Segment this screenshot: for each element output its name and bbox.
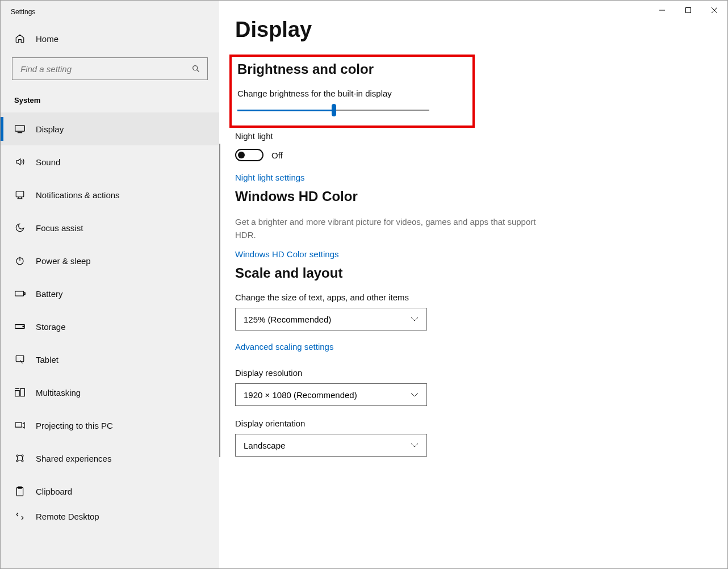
sidebar-item-label: Display: [36, 124, 64, 134]
hd-color-settings-link[interactable]: Windows HD Color settings: [235, 249, 339, 259]
svg-point-17: [22, 455, 23, 457]
sidebar-item-shared[interactable]: Shared experiences: [1, 442, 219, 475]
resolution-value: 1920 × 1080 (Recommended): [244, 390, 357, 400]
maximize-button[interactable]: [675, 1, 701, 20]
svg-point-18: [16, 460, 18, 462]
orientation-label: Display orientation: [235, 419, 710, 428]
sidebar-item-projecting[interactable]: Projecting to this PC: [1, 409, 219, 442]
sidebar-item-multitasking[interactable]: Multitasking: [1, 376, 219, 409]
sidebar-item-remotedesktop[interactable]: Remote Desktop: [1, 508, 219, 525]
slider-fill: [237, 110, 333, 111]
toggle-knob: [238, 152, 245, 158]
night-light-settings-link[interactable]: Night light settings: [235, 173, 305, 182]
svg-line-1: [197, 70, 199, 72]
scale-label: Change the size of text, apps, and other…: [235, 292, 710, 302]
moon-icon: [14, 223, 26, 233]
scale-dropdown[interactable]: 125% (Recommended): [235, 308, 427, 330]
svg-rect-8: [24, 292, 26, 294]
section-scale: Scale and layout: [235, 265, 710, 281]
sidebar-item-label: Clipboard: [36, 487, 72, 496]
notifications-icon: [14, 190, 26, 200]
svg-rect-12: [15, 391, 20, 396]
svg-rect-15: [15, 422, 22, 427]
project-icon: [14, 421, 26, 430]
orientation-value: Landscape: [244, 441, 285, 450]
sidebar: Settings Home System Display Sound: [1, 1, 219, 568]
brightness-slider[interactable]: [237, 104, 429, 116]
sidebar-item-label: Remote Desktop: [36, 512, 99, 521]
sidebar-item-sound[interactable]: Sound: [1, 145, 219, 178]
slider-thumb[interactable]: [332, 104, 336, 116]
svg-rect-4: [16, 191, 24, 197]
svg-rect-7: [15, 291, 24, 296]
night-light-state: Off: [271, 150, 283, 160]
svg-point-10: [23, 326, 24, 327]
night-light-toggle[interactable]: [235, 149, 263, 161]
scale-value: 125% (Recommended): [244, 315, 331, 324]
display-icon: [14, 124, 26, 133]
sidebar-item-label: Focus assist: [36, 223, 83, 233]
resolution-label: Display resolution: [235, 368, 710, 378]
chevron-down-icon: [411, 443, 419, 447]
sidebar-item-label: Sound: [36, 157, 60, 167]
highlight-brightness-box: Brightness and color Change brightness f…: [229, 55, 475, 128]
brightness-label: Change brightness for the built-in displ…: [237, 89, 472, 98]
sidebar-item-focusassist[interactable]: Focus assist: [1, 211, 219, 244]
power-icon: [14, 256, 26, 266]
category-header: System: [1, 88, 219, 112]
home-icon: [14, 34, 26, 44]
sidebar-item-label: Notifications & actions: [36, 190, 120, 200]
night-light-label: Night light: [235, 131, 710, 141]
sidebar-item-label: Battery: [36, 289, 63, 299]
search-input[interactable]: [12, 64, 185, 74]
chevron-down-icon: [411, 392, 419, 397]
sidebar-item-display[interactable]: Display: [1, 112, 219, 145]
resolution-dropdown[interactable]: 1920 × 1080 (Recommended): [235, 383, 427, 406]
clipboard-icon: [14, 486, 26, 497]
close-button[interactable]: [701, 1, 727, 20]
sidebar-item-powersleep[interactable]: Power & sleep: [1, 244, 219, 277]
content-scrollbar[interactable]: [219, 144, 220, 457]
sidebar-item-storage[interactable]: Storage: [1, 310, 219, 343]
home-button[interactable]: Home: [1, 23, 219, 54]
sidebar-item-tablet[interactable]: Tablet: [1, 343, 219, 376]
section-brightness: Brightness and color: [237, 61, 472, 77]
storage-icon: [14, 324, 26, 329]
sidebar-item-label: Projecting to this PC: [36, 421, 113, 430]
svg-point-0: [193, 66, 198, 70]
remote-icon: [14, 511, 26, 521]
sidebar-item-clipboard[interactable]: Clipboard: [1, 475, 219, 508]
sidebar-nav: Display Sound Notifications & actions Fo…: [1, 112, 219, 568]
svg-rect-11: [16, 355, 24, 362]
sidebar-item-label: Tablet: [36, 355, 58, 365]
home-label: Home: [36, 34, 58, 44]
chevron-down-icon: [411, 317, 419, 321]
section-hdcolor: Windows HD Color: [235, 189, 710, 204]
battery-icon: [14, 290, 26, 297]
hd-description: Get a brighter and more vibrant picture …: [235, 216, 547, 241]
svg-rect-2: [15, 125, 25, 131]
svg-rect-13: [20, 388, 25, 396]
sidebar-item-notifications[interactable]: Notifications & actions: [1, 178, 219, 211]
shared-icon: [14, 453, 26, 463]
sidebar-item-label: Storage: [36, 322, 66, 332]
sidebar-item-label: Power & sleep: [36, 256, 91, 266]
minimize-button[interactable]: [649, 1, 675, 20]
orientation-dropdown[interactable]: Landscape: [235, 434, 427, 457]
sound-icon: [14, 157, 26, 167]
svg-point-19: [22, 460, 23, 462]
search-input-wrapper[interactable]: [12, 57, 208, 80]
svg-rect-23: [686, 8, 691, 13]
multitask-icon: [14, 387, 26, 398]
sidebar-item-label: Multitasking: [36, 388, 81, 398]
sidebar-item-battery[interactable]: Battery: [1, 277, 219, 310]
sidebar-item-label: Shared experiences: [36, 454, 111, 463]
tablet-icon: [14, 354, 26, 365]
page-title: Display: [235, 18, 710, 42]
search-icon: [185, 64, 207, 73]
window-title: Settings: [1, 1, 219, 23]
advanced-scaling-link[interactable]: Advanced scaling settings: [235, 342, 333, 352]
svg-point-16: [16, 455, 18, 457]
content-pane: Display Brightness and color Change brig…: [219, 1, 727, 568]
